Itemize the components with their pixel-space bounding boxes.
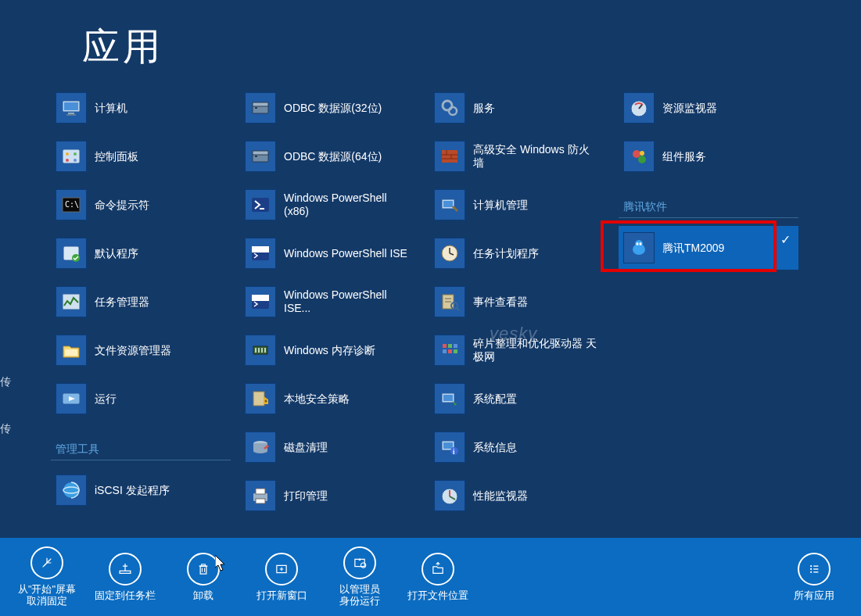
app-tile[interactable]: 计算机 bbox=[51, 86, 231, 130]
app-tile[interactable]: 服务 bbox=[429, 86, 609, 130]
appbar-label: 固定到任务栏 bbox=[95, 590, 156, 602]
app-label: iSCSI 发起程序 bbox=[95, 484, 170, 497]
secpol-icon bbox=[245, 383, 276, 414]
app-tile[interactable]: 性能监视器 bbox=[429, 474, 609, 518]
memdiag-icon bbox=[245, 335, 276, 366]
computer-icon bbox=[56, 92, 87, 124]
app-tile[interactable]: 任务管理器 bbox=[51, 280, 231, 324]
app-tile[interactable]: 组件服务 bbox=[619, 134, 798, 178]
print-icon bbox=[245, 480, 276, 511]
app-tile[interactable]: 文件资源管理器 bbox=[51, 328, 231, 372]
app-label: 服务 bbox=[473, 102, 495, 115]
odbc-icon bbox=[245, 141, 276, 172]
tm-icon bbox=[623, 232, 655, 263]
app-tile[interactable]: Windows PowerShell (x86) bbox=[240, 183, 420, 227]
app-tile[interactable]: iSCSI 发起程序 bbox=[51, 468, 231, 512]
app-label: 控制面板 bbox=[95, 150, 138, 163]
appbar-all-apps[interactable]: 所有应用 bbox=[775, 542, 853, 612]
edge-text: 传 bbox=[0, 375, 11, 389]
edge-text: 传 bbox=[0, 422, 11, 436]
app-tile[interactable]: 计算机管理 bbox=[429, 183, 609, 227]
run-icon bbox=[56, 383, 87, 414]
powershell-ise-icon bbox=[245, 238, 276, 269]
app-label: 组件服务 bbox=[662, 150, 706, 163]
app-tile[interactable]: 本地安全策略 bbox=[240, 377, 420, 421]
resmon-icon bbox=[623, 92, 655, 124]
app-label: 系统配置 bbox=[473, 392, 517, 406]
appbar-uninstall[interactable]: 卸载 bbox=[164, 542, 242, 612]
comsvcs-icon bbox=[623, 141, 655, 172]
app-tile[interactable]: 命令提示符 bbox=[51, 183, 231, 227]
pin-taskbar-icon bbox=[109, 553, 142, 586]
app-tile[interactable]: 系统配置 bbox=[429, 377, 609, 421]
app-label: Windows 内存诊断 bbox=[284, 344, 375, 357]
apps-grid: 计算机控制面板命令提示符默认程序任务管理器文件资源管理器运行管理工具iSCSI … bbox=[51, 86, 798, 522]
app-tile[interactable]: Windows PowerShell ISE bbox=[240, 231, 420, 275]
group-header: 腾讯软件 bbox=[619, 194, 798, 218]
app-label: 本地安全策略 bbox=[284, 392, 350, 406]
app-label: 磁盘清理 bbox=[284, 441, 328, 454]
powershell-icon bbox=[245, 189, 276, 220]
appbar-unpin[interactable]: 从"开始"屏幕取消固定 bbox=[8, 542, 86, 612]
app-label: 任务计划程序 bbox=[473, 247, 539, 260]
app-tile[interactable]: ODBC 数据源(32位) bbox=[240, 86, 420, 130]
appbar-pin-taskbar[interactable]: 固定到任务栏 bbox=[86, 542, 164, 612]
iscsi-icon bbox=[56, 475, 87, 506]
appbar-label: 所有应用 bbox=[794, 590, 834, 602]
app-label: 命令提示符 bbox=[95, 199, 149, 212]
appbar-label: 从"开始"屏幕取消固定 bbox=[18, 584, 76, 607]
app-bar: 从"开始"屏幕取消固定固定到任务栏卸载打开新窗口以管理员身份运行打开文件位置所有… bbox=[0, 538, 861, 616]
defrag-icon bbox=[434, 335, 465, 366]
perfmon-icon bbox=[434, 480, 465, 511]
app-label: 任务管理器 bbox=[95, 295, 149, 309]
app-label: Windows PowerShell ISE... bbox=[284, 288, 409, 315]
app-tile[interactable]: 打印管理 bbox=[240, 474, 420, 518]
app-label: 打印管理 bbox=[284, 489, 328, 503]
app-label: 系统信息 bbox=[473, 441, 517, 454]
cmd-icon bbox=[56, 189, 87, 220]
app-label: 计算机 bbox=[95, 102, 127, 115]
page-title: 应用 bbox=[82, 22, 163, 72]
app-tile[interactable]: Windows PowerShell ISE... bbox=[240, 280, 420, 324]
app-label: Windows PowerShell ISE bbox=[284, 247, 407, 260]
appbar-new-window[interactable]: 打开新窗口 bbox=[242, 542, 321, 612]
app-tile[interactable]: 系统信息 bbox=[429, 425, 609, 469]
powershell-ise-icon bbox=[245, 286, 276, 317]
app-label: 高级安全 Windows 防火墙 bbox=[473, 143, 598, 170]
taskschd-icon bbox=[434, 238, 465, 269]
firewall-icon bbox=[434, 141, 465, 172]
open-location-icon bbox=[422, 553, 454, 586]
app-label: 文件资源管理器 bbox=[95, 344, 171, 357]
app-tile[interactable]: 运行 bbox=[51, 377, 231, 421]
appbar-label: 打开文件位置 bbox=[407, 590, 468, 602]
watermark: yesky bbox=[490, 324, 537, 344]
app-tile[interactable]: Windows 内存诊断 bbox=[240, 328, 420, 372]
app-label: 性能监视器 bbox=[473, 489, 528, 503]
app-tile[interactable]: 高级安全 Windows 防火墙 bbox=[429, 134, 609, 178]
app-tile[interactable]: 资源监视器 bbox=[619, 86, 798, 130]
app-label: 默认程序 bbox=[95, 247, 138, 260]
app-label: ODBC 数据源(64位) bbox=[284, 150, 382, 163]
appbar-label: 打开新窗口 bbox=[257, 590, 307, 602]
app-tile[interactable]: 控制面板 bbox=[51, 134, 231, 178]
app-tile[interactable]: 默认程序 bbox=[51, 231, 231, 275]
all-apps-icon bbox=[798, 553, 831, 586]
group-header: 管理工具 bbox=[51, 436, 231, 460]
checkmark-icon: ✓ bbox=[780, 232, 791, 247]
sysinfo-icon bbox=[434, 432, 465, 463]
appbar-open-location[interactable]: 打开文件位置 bbox=[399, 542, 477, 612]
app-label: 腾讯TM2009 bbox=[662, 242, 724, 255]
app-tile[interactable]: 腾讯TM2009✓ bbox=[619, 226, 798, 270]
defaults-icon bbox=[56, 238, 87, 269]
app-tile[interactable]: 任务计划程序 bbox=[429, 231, 609, 275]
app-tile[interactable]: 磁盘清理 bbox=[240, 425, 420, 469]
app-label: 资源监视器 bbox=[662, 102, 717, 115]
appbar-run-admin[interactable]: 以管理员身份运行 bbox=[321, 542, 399, 612]
app-tile[interactable]: 事件查看器 bbox=[429, 280, 609, 324]
app-label: Windows PowerShell (x86) bbox=[284, 192, 409, 218]
app-tile[interactable]: ODBC 数据源(64位) bbox=[240, 134, 420, 178]
diskclean-icon bbox=[245, 432, 276, 463]
new-window-icon bbox=[265, 553, 298, 586]
app-label: 事件查看器 bbox=[473, 295, 528, 309]
run-admin-icon bbox=[343, 546, 376, 579]
